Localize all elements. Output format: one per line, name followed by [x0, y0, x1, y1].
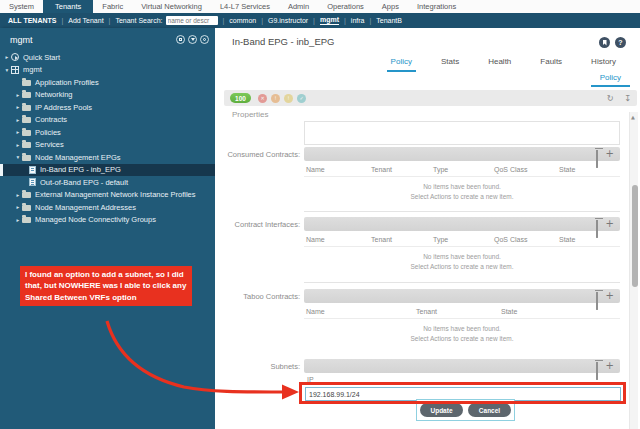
chevron-right-icon[interactable]: ▸ — [14, 204, 22, 210]
separator: | — [61, 17, 63, 24]
delete-icon[interactable] — [596, 150, 598, 168]
chevron-right-icon[interactable]: ▸ — [14, 104, 22, 110]
delete-icon[interactable] — [596, 292, 598, 310]
tenant-g9-instructor[interactable]: G9.instructor — [268, 17, 308, 24]
taboo-contracts-label: Taboo Contracts: — [222, 292, 300, 301]
folder-icon — [22, 155, 31, 161]
menu-tenants[interactable]: Tenants — [43, 0, 93, 13]
sidebar-item-node-management-epgs[interactable]: ▾ Node Management EPGs — [0, 151, 215, 164]
subnets-toolbar: + — [304, 359, 620, 373]
chevron-right-icon[interactable]: ▸ — [14, 129, 22, 135]
tab-bar: Policy Stats Health Faults History — [215, 55, 628, 72]
refresh-icon[interactable]: ↻ — [607, 94, 614, 103]
tenant-bar: ALL TENANTS | Add Tenant | Tenant Search… — [0, 13, 640, 28]
content-area: In-Band EPG - inb_EPG ? Policy Stats Hea… — [215, 28, 640, 429]
tenant-tenantb[interactable]: TenantB — [376, 17, 402, 24]
sidebar-item-out-of-band-epg[interactable]: Out-of-Band EPG - default — [0, 176, 215, 189]
menu-admin[interactable]: Admin — [279, 0, 318, 13]
sidebar-item-external-management-network-instance-profiles[interactable]: ▸ External Management Network Instance P… — [0, 189, 215, 202]
sidebar-item-policies[interactable]: ▸ Policies — [0, 126, 215, 139]
chevron-down-icon[interactable]: ▾ — [3, 67, 11, 73]
minor-fault-icon: ! — [284, 94, 293, 103]
add-icon[interactable]: + — [606, 361, 614, 371]
tenant-mgmt[interactable]: mgmt — [320, 16, 339, 25]
subtab-policy[interactable]: Policy — [591, 72, 630, 87]
subtab-bar: Policy — [591, 73, 630, 82]
chevron-down-icon[interactable]: ▾ — [14, 154, 22, 160]
tenant-search-input[interactable] — [166, 16, 218, 25]
scroll-up-icon[interactable]: ▲ — [631, 114, 635, 120]
chevron-right-icon[interactable]: ▸ — [14, 117, 22, 123]
download-icon[interactable]: ↧ — [624, 94, 631, 103]
chevron-right-icon[interactable]: ▸ — [14, 217, 22, 223]
contract-interfaces-label: Contract Interfaces: — [222, 220, 300, 229]
menu-system[interactable]: System — [0, 0, 43, 13]
sidebar-item-ip-address-pools[interactable]: ▸ IP Address Pools — [0, 101, 215, 114]
delete-icon[interactable] — [596, 362, 598, 380]
tab-history[interactable]: History — [587, 55, 620, 72]
add-icon[interactable]: + — [606, 219, 614, 229]
sidebar-item-node-management-addresses[interactable]: ▸ Node Management Addresses — [0, 201, 215, 214]
delete-icon[interactable] — [596, 220, 598, 238]
sidebar-item-application-profiles[interactable]: Application Profiles — [0, 76, 215, 89]
cancel-button[interactable]: Cancel — [468, 403, 511, 417]
chevron-right-icon[interactable]: ▸ — [14, 192, 22, 198]
menu-l4-l7-services[interactable]: L4-L7 Services — [211, 0, 279, 13]
update-button[interactable]: Update — [420, 403, 463, 417]
empty-state: No items have been found. Select Actions… — [304, 324, 620, 344]
separator: | — [109, 17, 111, 24]
sidebar-item-services[interactable]: ▸ Services — [0, 139, 215, 152]
taboo-contracts-headers: Name Tenant State — [304, 307, 620, 319]
chevron-right-icon[interactable]: ▸ — [14, 92, 22, 98]
help-icon[interactable]: ? — [615, 37, 626, 48]
chevron-right-icon[interactable]: ▸ — [3, 54, 11, 60]
bookmark-icon[interactable] — [599, 37, 610, 48]
folder-icon — [22, 130, 31, 136]
options-icon[interactable] — [200, 35, 209, 44]
add-icon[interactable]: + — [606, 149, 614, 159]
page-title: In-Band EPG - inb_EPG — [232, 36, 334, 47]
menu-integrations[interactable]: Integrations — [408, 0, 465, 13]
menu-virtual-networking[interactable]: Virtual Networking — [132, 0, 211, 13]
expand-collapse-icon[interactable] — [176, 35, 185, 44]
filter-icon[interactable] — [188, 35, 197, 44]
sidebar-item-in-band-epg[interactable]: In-Band EPG - inb_EPG — [0, 164, 215, 177]
separator: | — [223, 17, 225, 24]
chevron-right-icon[interactable]: ▸ — [14, 142, 22, 148]
add-tenant-link[interactable]: Add Tenant — [68, 17, 103, 24]
empty-state: No items have been found. Select Actions… — [304, 252, 620, 272]
sidebar-item-mgmt-tenant[interactable]: ▾ mgmt — [0, 64, 215, 77]
all-tenants-link[interactable]: ALL TENANTS — [8, 17, 56, 24]
folder-icon — [22, 142, 31, 148]
sidebar-item-managed-node-connectivity-groups[interactable]: ▸ Managed Node Connectivity Groups — [0, 214, 215, 227]
folder-icon — [22, 92, 31, 98]
scrollbar-thumb[interactable] — [632, 185, 638, 287]
top-menu-bar: System Tenants Fabric Virtual Networking… — [0, 0, 640, 13]
folder-icon — [22, 117, 31, 123]
folder-icon — [22, 80, 31, 86]
subnets-label: Subnets: — [222, 362, 300, 371]
sidebar-title: mgmt — [10, 35, 33, 45]
separator: | — [313, 17, 315, 24]
folder-icon — [22, 217, 31, 223]
sidebar-item-quick-start[interactable]: ▸ Quick Start — [0, 51, 215, 64]
menu-apps[interactable]: Apps — [373, 0, 408, 13]
section-divider — [304, 282, 620, 283]
folder-icon — [22, 205, 31, 211]
tab-policy[interactable]: Policy — [387, 55, 416, 72]
menu-fabric[interactable]: Fabric — [93, 0, 132, 13]
sidebar-header: mgmt — [0, 28, 215, 50]
tenant-infra[interactable]: infra — [351, 17, 365, 24]
tab-faults[interactable]: Faults — [536, 55, 566, 72]
contract-interfaces-headers: Name Tenant Type QoS Class State — [304, 235, 620, 247]
quick-start-icon — [11, 53, 19, 61]
vertical-scrollbar[interactable]: ▲ — [629, 112, 638, 429]
tenant-common[interactable]: common — [229, 17, 256, 24]
sidebar-item-networking[interactable]: ▸ Networking — [0, 89, 215, 102]
sidebar-item-contracts[interactable]: ▸ Contracts — [0, 114, 215, 127]
tab-health[interactable]: Health — [484, 55, 515, 72]
menu-operations[interactable]: Operations — [318, 0, 373, 13]
tenant-search-label: Tenant Search: — [115, 17, 162, 24]
add-icon[interactable]: + — [606, 291, 614, 301]
tab-stats[interactable]: Stats — [437, 55, 463, 72]
